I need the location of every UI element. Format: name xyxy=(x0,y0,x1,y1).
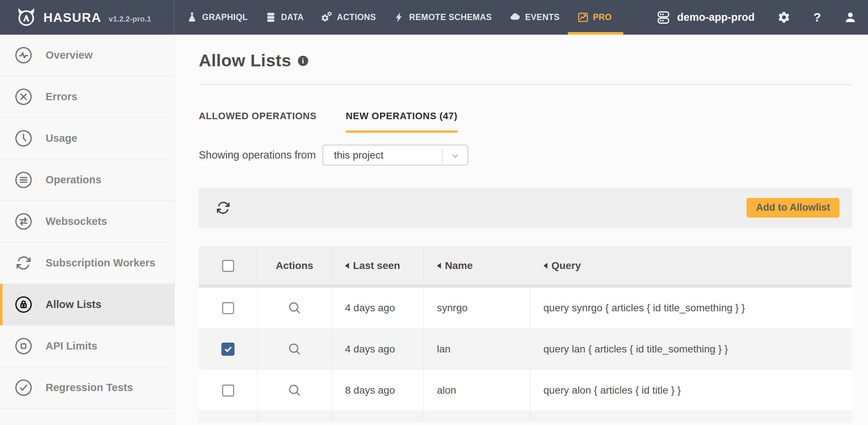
sidebar: OverviewErrorsUsageOperationsWebsocketsS… xyxy=(0,35,175,425)
column-header-actions: Actions xyxy=(257,247,332,285)
divider xyxy=(199,84,852,85)
row-last-seen: 4 days ago xyxy=(332,288,423,328)
add-to-allowlist-button[interactable]: Add to Allowlist xyxy=(747,198,840,218)
row-actions-cell xyxy=(257,329,332,370)
settings-button[interactable] xyxy=(777,11,791,24)
clock-icon xyxy=(15,129,32,147)
row-checkbox[interactable] xyxy=(222,302,234,314)
sidebar-item-regression-tests[interactable]: Regression Tests xyxy=(0,367,174,409)
chart-icon xyxy=(577,12,589,23)
nav-item-remote-schemas[interactable]: REMOTE SCHEMAS xyxy=(394,0,492,35)
bolt-icon xyxy=(394,12,405,23)
select-all-checkbox[interactable] xyxy=(222,260,234,272)
pulse-icon xyxy=(15,46,32,64)
table-header-row: ActionsLast seenNameQuery xyxy=(199,247,852,288)
column-header-select-all xyxy=(199,247,257,285)
row-query: query synrgo { articles { id title_somet… xyxy=(530,288,852,328)
gears-icon xyxy=(321,12,333,23)
square-icon xyxy=(15,337,32,355)
brand-name: HASURA xyxy=(43,10,101,25)
user-icon xyxy=(844,11,857,24)
operations-table: ActionsLast seenNameQuery4 days agosynrg… xyxy=(199,246,852,422)
info-icon[interactable]: i xyxy=(298,56,308,66)
sidebar-item-overview[interactable]: Overview xyxy=(0,35,174,76)
hasura-logo-icon xyxy=(16,8,36,27)
tab-new-operations-47[interactable]: NEW OPERATIONS (47) xyxy=(346,110,458,133)
server-icon xyxy=(655,9,671,26)
tabs: ALLOWED OPERATIONSNEW OPERATIONS (47) xyxy=(199,110,868,133)
chevron-down-icon xyxy=(449,150,461,162)
help-icon: ? xyxy=(813,10,821,24)
flask-icon xyxy=(186,12,198,23)
table-row-lan: 4 days agolanquery lan { articles { id t… xyxy=(199,329,852,370)
main-nav: GRAPHIQLDATAACTIONSREMOTE SCHEMASEVENTSP… xyxy=(186,0,629,35)
top-navbar: HASURA v1.2.2-pro.1 GRAPHIQLDATAACTIONSR… xyxy=(0,0,868,35)
select-value: this project xyxy=(334,149,383,161)
column-header-last-seen[interactable]: Last seen xyxy=(332,247,423,285)
sidebar-item-errors[interactable]: Errors xyxy=(0,76,174,118)
database-icon xyxy=(265,12,276,23)
row-checkbox-cell xyxy=(199,288,257,328)
row-last-seen: 4 days ago xyxy=(332,329,423,370)
row-query: query lan { articles { id title_somethin… xyxy=(530,329,852,370)
sidebar-item-usage[interactable]: Usage xyxy=(0,118,174,159)
row-query: query alon { articles { id title } } xyxy=(530,370,852,411)
sidebar-item-websockets[interactable]: Websockets xyxy=(0,201,174,242)
hasura-pro-console: HASURA v1.2.2-pro.1 GRAPHIQLDATAACTIONSR… xyxy=(0,0,868,425)
sidebar-item-api-limits[interactable]: API Limits xyxy=(0,325,174,367)
nav-item-pro[interactable]: PRO xyxy=(577,0,612,35)
main-content: Allow Lists i ALLOWED OPERATIONSNEW OPER… xyxy=(175,35,868,425)
cloud-icon xyxy=(509,12,521,23)
filter-row: Showing operations from this project xyxy=(199,145,868,165)
table-row-partial xyxy=(199,411,852,422)
filter-label: Showing operations from xyxy=(199,149,316,161)
gear-icon xyxy=(777,11,791,24)
sidebar-item-allow-lists[interactable]: Allow Lists xyxy=(0,284,174,325)
brand: HASURA v1.2.2-pro.1 xyxy=(0,0,175,35)
row-actions-cell xyxy=(257,288,332,328)
select-separator xyxy=(442,149,443,162)
table-row-alon: 8 days agoalonquery alon { articles { id… xyxy=(199,370,852,411)
list-icon xyxy=(15,171,32,189)
inspect-operation-button[interactable] xyxy=(286,300,303,316)
tab-allowed-operations[interactable]: ALLOWED OPERATIONS xyxy=(199,110,317,133)
account-button[interactable] xyxy=(844,11,857,24)
error-icon xyxy=(15,88,32,106)
help-button[interactable]: ? xyxy=(813,10,821,24)
sort-arrow-icon xyxy=(437,263,441,269)
project-scope-select[interactable]: this project xyxy=(322,145,468,165)
navbar-right: demo-app-prod ? xyxy=(655,0,857,35)
refresh-button[interactable] xyxy=(215,200,231,216)
column-header-query[interactable]: Query xyxy=(530,247,852,285)
version-label: v1.2.2-pro.1 xyxy=(109,15,151,23)
page-title: Allow Lists xyxy=(199,50,291,70)
inspect-operation-button[interactable] xyxy=(286,341,303,358)
nav-item-events[interactable]: EVENTS xyxy=(509,0,560,35)
sync-icon xyxy=(15,254,32,272)
sort-arrow-icon xyxy=(345,263,349,269)
row-name: alon xyxy=(423,370,530,411)
table-row-synrgo: 4 days agosynrgoquery synrgo { articles … xyxy=(199,288,852,329)
row-checkbox-cell xyxy=(199,329,257,370)
row-name: synrgo xyxy=(423,288,530,328)
nav-item-data[interactable]: DATA xyxy=(265,0,303,35)
arrows-icon xyxy=(15,213,32,230)
column-header-name[interactable]: Name xyxy=(423,247,530,285)
lock-icon xyxy=(15,296,32,313)
nav-item-graphiql[interactable]: GRAPHIQL xyxy=(186,0,248,35)
row-actions-cell xyxy=(257,370,332,411)
row-checkbox[interactable] xyxy=(221,343,235,356)
table-toolbar: Add to Allowlist xyxy=(199,188,852,227)
project-switcher[interactable]: demo-app-prod xyxy=(655,9,755,26)
sort-arrow-icon xyxy=(543,263,547,269)
check-icon xyxy=(15,379,32,397)
inspect-operation-button[interactable] xyxy=(286,382,303,399)
sidebar-item-subscription-workers[interactable]: Subscription Workers xyxy=(0,242,174,284)
row-name: lan xyxy=(423,329,530,370)
sidebar-item-operations[interactable]: Operations xyxy=(0,159,174,201)
row-checkbox-cell xyxy=(199,370,257,411)
row-checkbox[interactable] xyxy=(222,385,234,397)
nav-item-actions[interactable]: ACTIONS xyxy=(321,0,376,35)
row-last-seen: 8 days ago xyxy=(332,370,423,411)
refresh-icon xyxy=(215,200,231,216)
